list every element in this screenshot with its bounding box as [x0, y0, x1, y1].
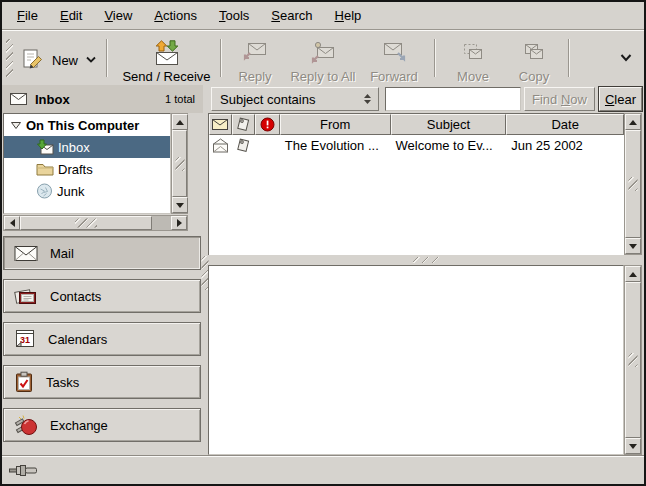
tree-node-inbox[interactable]: Inbox [4, 136, 170, 158]
tree-node-drafts[interactable]: Drafts [4, 158, 170, 180]
preview-pane [208, 265, 624, 455]
expander-triangle-icon[interactable] [10, 121, 22, 130]
shortcut-exchange-label: Exchange [50, 418, 108, 433]
column-subject-header[interactable]: Subject [391, 114, 507, 135]
tasks-icon [14, 371, 34, 393]
forward-button[interactable]: Forward [365, 38, 423, 86]
shortcut-calendars-button[interactable]: 31 Calendars [3, 322, 201, 356]
scroll-up-button[interactable] [172, 114, 188, 130]
move-button[interactable]: Move [449, 38, 497, 86]
message-row[interactable]: The Evolution ... Welcome to Ev... Jun 2… [209, 135, 624, 156]
tree-inbox-label: Inbox [58, 140, 90, 155]
message-list-scrollbar[interactable] [624, 113, 642, 255]
shortcut-mail-label: Mail [50, 246, 74, 261]
find-now-label: Find Now [532, 92, 587, 107]
scrollbar-thumb[interactable] [172, 130, 187, 197]
tree-node-on-this-computer[interactable]: On This Computer [4, 114, 170, 136]
shortcut-mail-button[interactable]: Mail [3, 236, 201, 270]
preview-pane-splitter[interactable] [208, 255, 644, 265]
date-header-label: Date [551, 117, 578, 132]
toolbar-separator [106, 39, 107, 77]
menubar: File Edit View Actions Tools Search Help [2, 2, 644, 29]
evolution-window: File Edit View Actions Tools Search Help… [0, 0, 646, 486]
tree-junk-label: Junk [57, 184, 84, 199]
new-dropdown-chevron-icon[interactable] [85, 56, 97, 64]
menu-help[interactable]: Help [324, 4, 373, 27]
new-button[interactable]: New [15, 45, 103, 75]
move-message-icon [460, 40, 486, 66]
move-label: Move [457, 69, 489, 84]
scrollbar-thumb[interactable] [20, 216, 152, 230]
junk-icon [36, 183, 53, 199]
forward-icon [381, 40, 407, 66]
inbox-icon [36, 139, 54, 155]
column-date-header[interactable]: Date [506, 114, 624, 135]
from-header-label: From [320, 117, 350, 132]
new-button-label: New [52, 53, 78, 68]
shortcut-contacts-label: Contacts [50, 289, 101, 304]
column-from-header[interactable]: From [280, 114, 391, 135]
search-criteria-dropdown[interactable]: Subject contains [211, 87, 379, 111]
column-status-header[interactable] [209, 114, 232, 135]
menu-actions[interactable]: Actions [143, 4, 208, 27]
preview-scrollbar[interactable] [624, 265, 642, 455]
exchange-icon [14, 414, 38, 436]
shortcut-calendars-label: Calendars [48, 332, 107, 347]
scroll-up-button[interactable] [625, 114, 641, 130]
drafts-folder-icon [36, 162, 54, 176]
online-status-connector-icon[interactable] [9, 463, 39, 478]
folder-title-bar: Inbox 1 total [2, 85, 203, 113]
mail-icon [14, 245, 38, 262]
clear-button[interactable]: Clear [599, 87, 642, 111]
scroll-left-button[interactable] [4, 216, 20, 230]
send-receive-icon [154, 40, 180, 66]
copy-button[interactable]: Copy [511, 38, 557, 86]
menu-file[interactable]: File [6, 4, 49, 27]
forward-label: Forward [370, 69, 418, 84]
scroll-right-button[interactable] [171, 216, 187, 230]
tree-vertical-scrollbar[interactable] [171, 113, 188, 214]
reply-to-all-label: Reply to All [290, 69, 355, 84]
calendars-icon: 31 [14, 329, 36, 349]
search-input[interactable] [385, 87, 521, 111]
toolbar-separator [220, 39, 221, 77]
message-subject: Welcome to Ev... [391, 138, 507, 153]
reply-to-all-button[interactable]: Reply to All [285, 38, 361, 86]
scrollbar-thumb[interactable] [625, 282, 641, 438]
shortcut-exchange-button[interactable]: Exchange [3, 408, 201, 442]
vertical-pane-splitter[interactable] [201, 113, 208, 455]
important-icon [260, 117, 275, 132]
folder-envelope-icon [10, 93, 27, 105]
scroll-down-button[interactable] [172, 197, 188, 213]
message-date: Jun 25 2002 [506, 138, 624, 153]
tree-node-junk[interactable]: Junk [4, 180, 170, 202]
toolbar-grip[interactable] [6, 39, 13, 77]
shortcut-contacts-button[interactable]: Contacts [3, 279, 201, 313]
scroll-down-button[interactable] [625, 238, 641, 254]
scroll-up-button[interactable] [625, 266, 641, 282]
reply-label: Reply [238, 69, 271, 84]
menu-tools[interactable]: Tools [208, 4, 260, 27]
reply-button[interactable]: Reply [229, 38, 281, 86]
shortcut-tasks-label: Tasks [46, 375, 79, 390]
contacts-icon [14, 286, 38, 306]
menu-view[interactable]: View [93, 4, 143, 27]
menu-search[interactable]: Search [260, 4, 323, 27]
scrollbar-thumb[interactable] [625, 130, 641, 238]
tree-drafts-label: Drafts [58, 162, 93, 177]
status-envelope-icon [212, 119, 228, 130]
send-receive-button[interactable]: Send / Receive [115, 38, 218, 86]
reply-to-all-icon [310, 40, 336, 66]
toolbar-overflow-chevron-icon[interactable] [619, 51, 635, 65]
find-now-button[interactable]: Find Now [524, 87, 595, 111]
column-attachment-header[interactable] [232, 114, 255, 135]
reply-icon [242, 40, 268, 66]
column-important-header[interactable] [255, 114, 280, 135]
shortcut-tasks-button[interactable]: Tasks [3, 365, 201, 399]
scroll-down-button[interactable] [625, 438, 641, 454]
search-bar: Subject contains Find Now Clear [203, 85, 644, 113]
tree-horizontal-scrollbar[interactable] [3, 215, 188, 231]
menu-edit[interactable]: Edit [49, 4, 93, 27]
message-list-header: From Subject Date [209, 114, 624, 135]
subject-header-label: Subject [427, 117, 470, 132]
